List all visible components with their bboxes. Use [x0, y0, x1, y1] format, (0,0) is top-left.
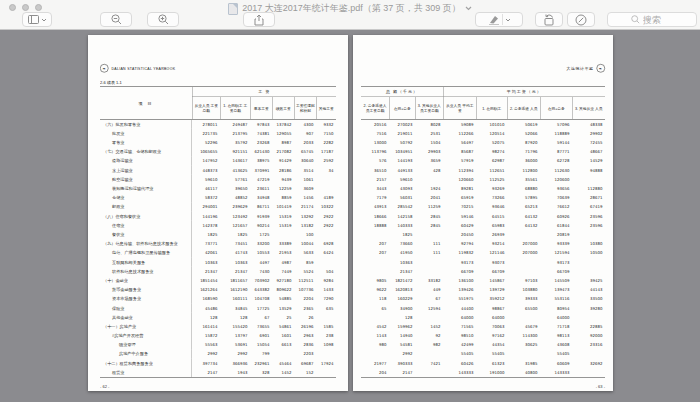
table-row: 道路运输业1479521436173897591429306402592: [100, 156, 336, 165]
share-button[interactable]: [243, 12, 275, 27]
group-header-average: 平均工资（元）: [443, 87, 605, 97]
table-row: 水上运输业44837341362537099128186351434: [100, 165, 336, 174]
table-cell: 390333: [389, 361, 415, 366]
table-row: 2051627002380285908910101050619570964833…: [361, 120, 605, 129]
table-row: 资本市场服务业1685901601111047085488522047290: [100, 294, 336, 303]
table-cell: 191000: [476, 370, 507, 375]
table-cell: 143333: [540, 370, 572, 375]
table-cell: 69687: [294, 361, 316, 366]
table-cell: 2531: [415, 131, 443, 136]
table-cell: 70639: [540, 195, 572, 200]
table-cell: 60609: [540, 361, 572, 366]
table-cell: 448373: [192, 168, 220, 173]
row-label: 道路运输业: [100, 156, 192, 165]
table-cell: 1811657: [220, 278, 250, 283]
table-cell: 1034951: [389, 149, 415, 154]
table-cell: 38975: [250, 159, 272, 164]
row-label: 批发业: [100, 129, 192, 138]
column-header: 从业人员 平均工资: [443, 97, 476, 119]
table-cell: 8028: [415, 122, 443, 127]
zoom-in-button[interactable]: [147, 12, 179, 27]
table-cell: 61844: [540, 223, 572, 228]
caption-spacer: [361, 80, 605, 85]
table-cell: 89281: [443, 186, 476, 191]
row-label: （十二）租赁和商务服务业: [100, 359, 192, 368]
chevron-down-icon[interactable]: [505, 18, 511, 22]
table-cell: 7449: [272, 269, 294, 274]
zoom-out-button[interactable]: [100, 12, 132, 27]
table-cell: 34948: [250, 195, 272, 200]
table-cell: 35561: [507, 177, 540, 182]
table-cell: 121146: [476, 251, 507, 256]
table-cell: 219011: [389, 131, 415, 136]
table-cell: 3514: [294, 168, 316, 173]
table-cell: 64000: [443, 315, 476, 320]
row-label: 房地产中介服务: [100, 349, 192, 358]
table-cell: 104708: [250, 297, 272, 302]
table-row: #房地产开发经营1587213797690116012963238: [100, 331, 336, 340]
table-cell: 907: [294, 131, 316, 136]
table-cell: 142158: [389, 214, 415, 219]
table-row: 7516219011253111226612051452066118889299…: [361, 129, 605, 138]
pdf-scroll-area[interactable]: ❧ DALIAN STATISTICAL YEARBOOK 2-6 续表 1-1…: [0, 30, 700, 402]
sidebar-toggle-button[interactable]: [22, 12, 52, 27]
table-cell: 13182: [294, 223, 316, 228]
table-cell: 2592: [316, 159, 336, 164]
table-cell: 48667: [572, 149, 605, 154]
table-cell: 30640: [294, 159, 316, 164]
table-header: 项 目 工 资 从业人员 工资总额 1. 在岗职工 工资总额 基本工资 绩效工资…: [100, 87, 336, 120]
table-cell: 39333: [507, 297, 540, 302]
rotate-left-button[interactable]: [535, 12, 563, 27]
table-header: 总 额（千元） 平均工资（元） 2. 劳务派遣人 员工资总额 在岗+劳务 3. …: [361, 87, 605, 120]
group-header-total: 总 额（千元）: [361, 87, 443, 97]
table-cell: 7430: [250, 269, 272, 274]
table-row: 批发业221735213795743811290559077150: [100, 129, 336, 138]
table-cell: 2992: [389, 352, 415, 357]
table-cell: 10044: [294, 241, 316, 246]
page-header-right: 大连统计年鉴 ❧: [361, 63, 605, 73]
search-input[interactable]: [643, 15, 673, 25]
table-cell: 114300: [507, 333, 540, 338]
table-cell: 65745: [294, 149, 316, 154]
markup-pen-button[interactable]: [475, 12, 523, 27]
zoom-in-icon: [158, 14, 169, 25]
table-cell: 33200: [250, 241, 272, 246]
title-chevron-down-icon[interactable]: [465, 6, 472, 11]
table-cell: 3609: [294, 186, 316, 191]
yearbook-logo-icon: ❧: [596, 64, 605, 73]
table-cell: 21347: [192, 269, 220, 274]
table-cell: 1825: [192, 232, 220, 237]
table-cell: 1065655: [192, 149, 220, 154]
search-field[interactable]: [607, 12, 697, 27]
table-cell: 112511: [294, 278, 316, 283]
sidebar-icon: [28, 15, 39, 24]
table-cell: 143333: [443, 370, 476, 375]
table-cell: 15054: [250, 343, 272, 348]
table-cell: 98510: [443, 333, 476, 338]
table-cell: 92000: [572, 333, 605, 338]
chevron-down-icon: [41, 18, 47, 22]
table-cell: 50619: [507, 122, 540, 127]
table-cell: 9284: [316, 278, 336, 283]
table-row: 保险业454863484517725135292365635: [100, 303, 336, 312]
table-cell: 328: [250, 370, 272, 375]
table-cell: 155420: [220, 324, 250, 329]
table-cell: 142378: [192, 223, 220, 228]
table-cell: 10363: [389, 260, 415, 265]
table-row: 21575961012066011252535561120600: [361, 175, 605, 184]
table-cell: 1601: [272, 333, 294, 338]
table-cell: 66709: [443, 269, 476, 274]
table-cell: 6928: [316, 241, 336, 246]
table-cell: 270023: [389, 122, 415, 127]
table-cell: 52066: [507, 131, 540, 136]
table-cell: 59144: [540, 140, 572, 145]
page-number-right: - 63 -: [361, 384, 605, 389]
table-cell: 9439: [272, 177, 294, 182]
annotate-button[interactable]: [567, 12, 595, 27]
table-row: 房地产中介服务299229927992203: [100, 349, 336, 358]
table-cell: 67: [250, 315, 272, 320]
table-cell: 1143: [361, 333, 389, 338]
table-cell: 21347: [220, 269, 250, 274]
table-cell: 94888: [572, 168, 605, 173]
table-cell: 65500: [507, 306, 540, 311]
